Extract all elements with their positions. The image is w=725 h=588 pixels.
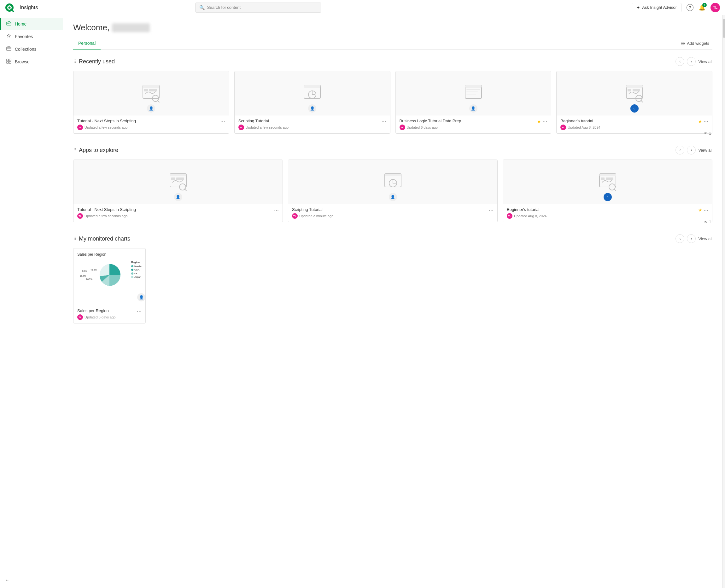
person-icon: 👤 <box>310 106 315 111</box>
card-star-button[interactable]: ★ <box>537 119 541 124</box>
card-more-button[interactable]: ··· <box>489 207 494 213</box>
card-avatar: TL <box>292 213 298 219</box>
sidebar-item-browse[interactable]: Browse <box>0 56 63 68</box>
chart-card-actions: ··· <box>137 308 142 314</box>
card-updated: Updated a few seconds ago <box>84 125 127 129</box>
help-icon: ? <box>686 4 693 11</box>
search-bar[interactable]: 🔍 <box>195 2 322 13</box>
apps-explore-next-button[interactable]: › <box>687 146 696 154</box>
monitored-charts-prev-button[interactable]: ‹ <box>676 234 684 243</box>
monitored-charts-next-button[interactable]: › <box>687 234 696 243</box>
sidebar-label-favorites: Favorites <box>15 34 33 39</box>
app-icon <box>169 172 188 191</box>
svg-rect-18 <box>304 85 320 88</box>
svg-rect-10 <box>7 62 8 63</box>
card-info: Scripting Tutorial TL Updated a minute a… <box>292 207 487 219</box>
svg-rect-22 <box>467 89 480 89</box>
card-updated: Updated a few seconds ago <box>246 125 289 129</box>
card-meta: TL Updated a few seconds ago <box>77 125 219 130</box>
card-meta: TL Updated a minute ago <box>292 213 487 219</box>
logo-area[interactable]: Insights <box>5 3 38 12</box>
recently-used-next-button[interactable]: › <box>687 57 696 66</box>
svg-rect-41 <box>601 177 604 180</box>
recently-used-view-all-button[interactable]: View all <box>698 59 712 64</box>
svg-rect-23 <box>467 91 478 91</box>
recently-used-card-3[interactable]: 👤 Business Logic Tutorial Data Prep TL U… <box>395 71 552 134</box>
card-more-button[interactable]: ··· <box>381 119 386 124</box>
explore-card-3[interactable]: ○ Beginner's tutorial TL Updated Aug 8, … <box>503 160 712 222</box>
card-meta: TL Updated Aug 8, 2024 <box>560 125 696 130</box>
card-star-button[interactable]: ★ <box>698 119 702 124</box>
sidebar-label-home: Home <box>15 21 26 26</box>
svg-rect-5 <box>7 23 8 24</box>
sidebar-collapse-btn[interactable]: ← <box>0 574 63 586</box>
avatar-initials: TL <box>713 5 718 10</box>
svg-rect-33 <box>171 177 175 180</box>
svg-rect-13 <box>143 85 159 88</box>
sidebar-item-home[interactable]: Home <box>0 18 63 30</box>
apps-to-explore-cards: 👤 Tutorial - Next Steps in Scripting TL … <box>73 160 712 222</box>
recently-used-card-2[interactable]: 👤 Scripting Tutorial TL Updated a few se… <box>234 71 390 134</box>
apps-explore-prev-button[interactable]: ‹ <box>676 146 684 154</box>
sidebar-item-collections[interactable]: Collections <box>0 43 63 56</box>
svg-rect-37 <box>385 174 401 176</box>
apps-to-explore-title: Apps to explore <box>79 147 118 153</box>
avatar[interactable]: TL <box>710 3 720 12</box>
explore-card-2[interactable]: 👤 Scripting Tutorial TL Updated a minute… <box>288 160 498 222</box>
pie-label-nordic: 3,3% <box>82 270 87 272</box>
chart-card-sales-region[interactable]: Sales per Region <box>73 248 146 323</box>
card-avatar: TL <box>77 125 83 130</box>
sidebar-label-browse: Browse <box>15 59 29 64</box>
card-more-button[interactable]: ··· <box>542 119 547 124</box>
scrollbar[interactable] <box>723 15 725 588</box>
app-icon <box>625 84 644 103</box>
svg-rect-25 <box>467 94 476 95</box>
ask-advisor-button[interactable]: ✦ Ask Insight Advisor <box>631 3 682 12</box>
sidebar-item-favorites[interactable]: Favorites <box>0 30 63 43</box>
tabs: Personal <box>73 38 101 49</box>
card-title: Beginner's tutorial <box>560 119 696 123</box>
card-title: Tutorial - Next Steps in Scripting <box>77 207 272 212</box>
welcome-name <box>112 23 150 32</box>
help-button[interactable]: ? <box>686 4 693 11</box>
svg-point-2 <box>8 6 11 8</box>
card-avatar: TL <box>560 125 566 130</box>
section-title-row: ⠿ My monitored charts <box>73 235 130 242</box>
card-more-button[interactable]: ··· <box>704 119 708 124</box>
explore-card-1[interactable]: 👤 Tutorial - Next Steps in Scripting TL … <box>73 160 283 222</box>
notifications-button[interactable]: 🔔 1 <box>699 4 705 11</box>
add-widgets-label: Add widgets <box>687 41 709 46</box>
card-more-button[interactable]: ··· <box>221 119 225 124</box>
card-more-button[interactable]: ··· <box>274 207 279 213</box>
card-thumbnail: ○ <box>503 160 712 204</box>
plus-icon: ⊕ <box>681 40 685 46</box>
chart-card-more-button[interactable]: ··· <box>137 308 142 314</box>
recently-used-card-4[interactable]: ○ Beginner's tutorial TL Updated Aug 8, … <box>556 71 712 134</box>
chart-card-inner: Sales per Region <box>74 248 145 294</box>
monitored-charts-view-all-button[interactable]: View all <box>698 236 712 241</box>
card-star-button[interactable]: ★ <box>698 207 702 212</box>
tab-personal[interactable]: Personal <box>73 38 101 49</box>
svg-rect-4 <box>7 22 11 25</box>
scrollbar-thumb[interactable] <box>723 19 725 38</box>
card-footer: Tutorial - Next Steps in Scripting TL Up… <box>74 115 229 133</box>
app-icon <box>142 84 161 103</box>
drag-handle-apps[interactable]: ⠿ <box>73 148 76 153</box>
recently-used-prev-button[interactable]: ‹ <box>676 57 684 66</box>
search-input[interactable] <box>207 5 317 10</box>
apps-explore-view-all-button[interactable]: View all <box>698 148 712 153</box>
recently-used-card-1[interactable]: 👤 Tutorial - Next Steps in Scripting TL … <box>73 71 229 134</box>
apps-to-explore-nav: ‹ › View all <box>676 146 712 154</box>
svg-rect-7 <box>7 47 11 50</box>
card-title: Tutorial - Next Steps in Scripting <box>77 119 219 123</box>
card-title: Scripting Tutorial <box>292 207 487 212</box>
card-actions: ★ ··· <box>698 119 708 124</box>
drag-handle-charts[interactable]: ⠿ <box>73 236 76 241</box>
drag-handle-recently-used[interactable]: ⠿ <box>73 59 76 64</box>
card-title: Beginner's tutorial <box>507 207 696 212</box>
add-widgets-button[interactable]: ⊕ Add widgets <box>678 39 712 48</box>
card-owner-badge: ○ <box>630 104 639 112</box>
card-title: Scripting Tutorial <box>239 119 380 123</box>
pie-chart-svg <box>97 262 122 288</box>
card-more-button[interactable]: ··· <box>704 207 708 213</box>
